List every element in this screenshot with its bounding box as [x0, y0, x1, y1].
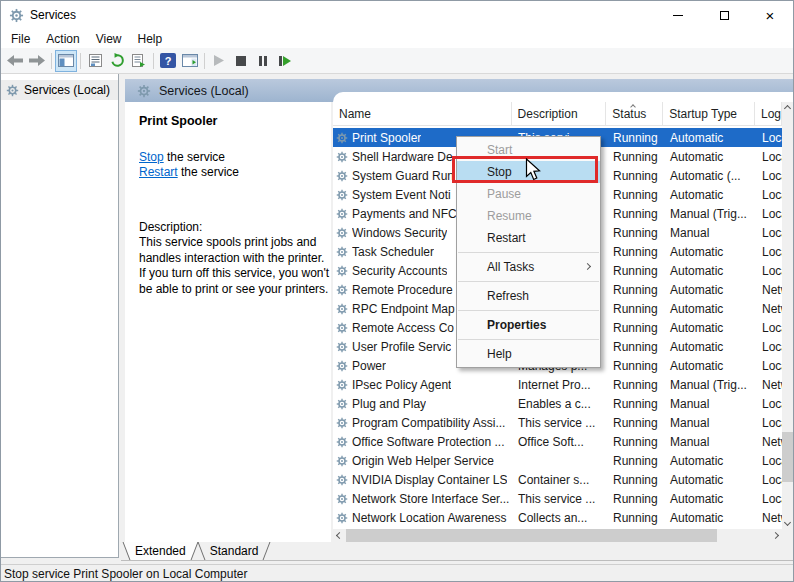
column-header-name[interactable]: Name [333, 102, 512, 125]
column-header-status[interactable]: Status [606, 102, 663, 125]
service-gear-icon [336, 322, 348, 334]
tab-standard[interactable]: Standard [198, 542, 271, 560]
horizontal-scroll-thumb[interactable] [346, 529, 717, 542]
service-name-cell: Plug and Play [352, 397, 426, 411]
scroll-up-arrow[interactable] [782, 102, 793, 115]
service-name-cell: Windows Security [352, 226, 447, 240]
help-button[interactable]: ? [157, 50, 179, 72]
service-status-cell: Running [607, 283, 664, 297]
service-status-cell: Running [607, 302, 664, 316]
vertical-scrollbar[interactable] [782, 102, 793, 529]
service-status-cell: Running [607, 473, 664, 487]
stop-service-button[interactable] [230, 50, 252, 72]
service-log-on-as-cell: Netw [756, 435, 782, 449]
description-label: Description: [139, 220, 327, 234]
context-menu-item-stop[interactable]: Stop [457, 161, 600, 183]
close-icon: × [766, 8, 775, 23]
service-gear-icon [336, 208, 348, 220]
pause-icon [259, 56, 267, 66]
toolbar-separator [51, 53, 52, 69]
column-header-startup-type[interactable]: Startup Type [663, 102, 755, 125]
start-service-button[interactable] [208, 50, 230, 72]
service-log-on-as-cell: Loca [756, 454, 782, 468]
context-menu-item-properties[interactable]: Properties [457, 314, 600, 336]
forward-button[interactable] [26, 50, 48, 72]
context-menu-item-all-tasks[interactable]: All Tasks [457, 256, 600, 278]
service-name-cell: Office Software Protection ... [352, 435, 505, 449]
service-status-cell: Running [607, 207, 664, 221]
pause-service-button[interactable] [252, 50, 274, 72]
scrollbar-corner [782, 529, 793, 542]
restart-service-link[interactable]: Restart [139, 165, 178, 179]
scroll-left-arrow[interactable] [333, 529, 346, 542]
extended-info-pane: Print Spooler Stop the service Restart t… [125, 102, 331, 542]
service-description-cell: This service ... [512, 416, 607, 430]
back-arrow-icon [7, 55, 23, 66]
service-startup-type-cell: Automatic [664, 264, 756, 278]
vertical-scroll-thumb[interactable] [782, 432, 793, 482]
menubar-item-help[interactable]: Help [130, 32, 171, 46]
menubar-item-action[interactable]: Action [38, 32, 87, 46]
context-menu-item-help[interactable]: Help [457, 343, 600, 365]
stop-service-link[interactable]: Stop [139, 150, 164, 164]
service-status-cell: Running [607, 416, 664, 430]
stop-icon [236, 56, 246, 66]
scroll-down-arrow[interactable] [782, 516, 793, 529]
horizontal-scrollbar[interactable] [333, 529, 782, 542]
service-status-cell: Running [607, 131, 664, 145]
column-header-log[interactable]: Log [755, 102, 782, 125]
maximize-button[interactable] [701, 1, 747, 29]
status-bar: Stop service Print Spooler on Local Comp… [1, 564, 793, 582]
service-log-on-as-cell: Netw [756, 302, 782, 316]
show-action-pane-button[interactable] [179, 50, 201, 72]
service-name-cell: Network Store Interface Ser... [352, 492, 509, 506]
service-status-cell: Running [607, 454, 664, 468]
service-row[interactable]: Program Compatibility Assi... This servi… [333, 413, 782, 432]
toolbar: ? [1, 48, 793, 74]
column-header-description[interactable]: Description [512, 102, 607, 125]
service-gear-icon [336, 246, 348, 258]
service-row[interactable]: Network Store Interface Ser... This serv… [333, 489, 782, 508]
context-menu-item-resume: Resume [457, 205, 600, 227]
service-name-cell: Origin Web Helper Service [352, 454, 494, 468]
service-log-on-as-cell: Loca [756, 473, 782, 487]
minimize-icon [673, 15, 683, 16]
service-name-cell: IPsec Policy Agent [352, 378, 451, 392]
menubar-item-file[interactable]: File [3, 32, 38, 46]
service-row[interactable]: Network Location Awareness Collects an..… [333, 508, 782, 527]
context-menu-item-refresh[interactable]: Refresh [457, 285, 600, 307]
tree-item-services-local[interactable]: Services (Local) [1, 80, 118, 100]
service-row[interactable]: Office Software Protection ... Office So… [333, 432, 782, 451]
service-row[interactable]: IPsec Policy Agent Internet Pro... Runni… [333, 375, 782, 394]
service-row[interactable]: Plug and Play Enables a c... Running Man… [333, 394, 782, 413]
service-name-cell: Print Spooler [352, 131, 421, 145]
properties-button[interactable] [84, 50, 106, 72]
action-pane-icon [182, 54, 198, 67]
export-list-button[interactable] [128, 50, 150, 72]
service-gear-icon [336, 265, 348, 277]
context-menu-item-restart[interactable]: Restart [457, 227, 600, 249]
service-gear-icon [336, 170, 348, 182]
service-status-cell: Running [607, 359, 664, 373]
scroll-right-arrow[interactable] [769, 529, 782, 542]
service-description: This service spools print jobs and handl… [139, 235, 331, 297]
service-startup-type-cell: Automatic [664, 340, 756, 354]
service-row[interactable]: NVIDIA Display Container LS Container s.… [333, 470, 782, 489]
service-startup-type-cell: Automatic [664, 492, 756, 506]
minimize-button[interactable] [655, 1, 701, 29]
show-console-tree-button[interactable] [55, 50, 77, 72]
tree-item-label: Services (Local) [24, 83, 110, 97]
menubar-item-view[interactable]: View [88, 32, 130, 46]
back-button[interactable] [4, 50, 26, 72]
menu-separator [458, 310, 599, 311]
tab-extended[interactable]: Extended [123, 542, 198, 560]
help-icon: ? [160, 53, 176, 68]
restart-service-button[interactable] [274, 50, 296, 72]
toolbar-separator [204, 53, 205, 69]
service-gear-icon [336, 303, 348, 315]
service-name-cell: System Guard Run [352, 169, 454, 183]
close-button[interactable]: × [747, 1, 793, 29]
refresh-button[interactable] [106, 50, 128, 72]
results-header-band: Services (Local) [125, 79, 793, 102]
service-row[interactable]: Origin Web Helper Service Running Automa… [333, 451, 782, 470]
